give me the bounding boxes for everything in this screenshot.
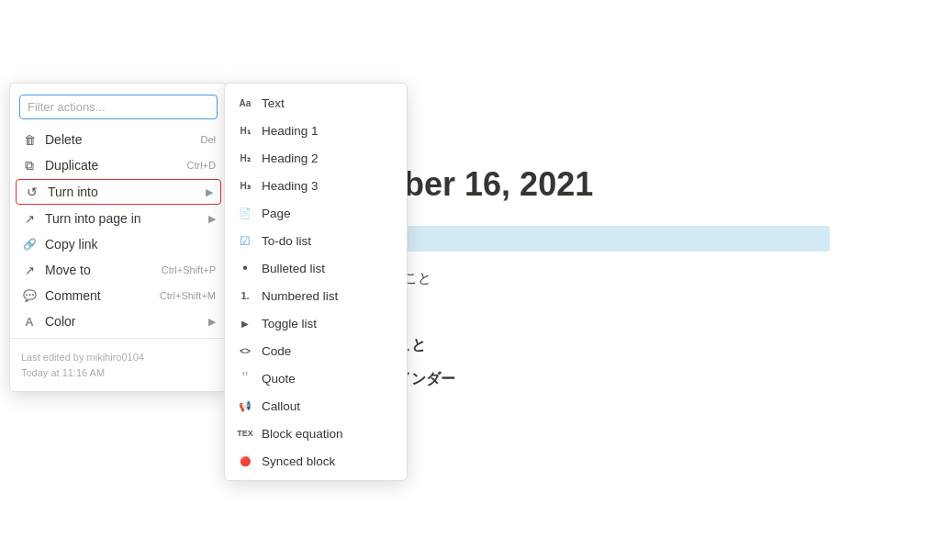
tex-icon <box>236 424 254 442</box>
menu-label-turn-into-page: Turn into page in <box>45 211 208 226</box>
submenu-label-page: Page <box>262 207 291 220</box>
shortcut-move: Ctrl+Shift+P <box>162 264 216 275</box>
turn-icon <box>24 184 40 200</box>
menu-item-color[interactable]: Color ▶ <box>10 308 227 334</box>
shortcut-duplicate: Ctrl+D <box>187 160 216 171</box>
submenu-label-quote: Quote <box>262 372 296 386</box>
quote-icon <box>236 369 254 387</box>
menu-item-turn-into-page[interactable]: Turn into page in ▶ <box>10 206 227 231</box>
color-icon <box>21 313 38 330</box>
heading3-icon <box>236 176 254 195</box>
chevron-right-icon-2: ▶ <box>208 213 216 225</box>
submenu-item-bulleted[interactable]: Bulleted list <box>225 254 407 282</box>
submenu-item-todo[interactable]: To-do list <box>225 227 407 254</box>
submenu-label-synced: Synced block <box>262 454 335 468</box>
sync-icon <box>236 452 254 470</box>
submenu-item-numbered[interactable]: Numbered list <box>225 282 407 309</box>
filter-input-wrap <box>10 91 227 127</box>
shortcut-delete: Del <box>200 134 216 145</box>
turn-page-icon <box>21 210 38 227</box>
numbered-icon <box>236 286 254 305</box>
menu-label-comment: Comment <box>45 288 160 303</box>
submenu-item-callout[interactable]: Callout <box>225 392 407 420</box>
submenu-label-heading3: Heading 3 <box>262 179 319 193</box>
menu-divider <box>10 338 227 339</box>
menu-label-delete: Delete <box>45 132 200 147</box>
page-icon <box>236 204 254 222</box>
submenu-item-heading2[interactable]: Heading 2 <box>225 144 407 172</box>
chevron-right-icon: ▶ <box>206 186 213 198</box>
chevron-right-color: ▶ <box>208 316 216 328</box>
context-menu: Delete Del Duplicate Ctrl+D Turn into ▶ … <box>9 83 228 392</box>
shortcut-comment: Ctrl+Shift+M <box>160 290 216 301</box>
footer-editor: Last edited by mikihiro0104 <box>21 350 216 365</box>
submenu-item-toggle[interactable]: Toggle list <box>225 309 407 337</box>
submenu-item-page[interactable]: Page <box>225 199 407 227</box>
menu-item-copy-link[interactable]: Copy link <box>10 231 227 257</box>
heading1-icon <box>236 121 254 140</box>
submenu-item-text[interactable]: Text <box>225 89 407 117</box>
footer-time: Today at 11:16 AM <box>21 365 216 381</box>
menu-label-color: Color <box>45 314 208 329</box>
menu-label-duplicate: Duplicate <box>45 158 187 173</box>
toggle-icon <box>236 314 254 332</box>
menu-item-turn-into[interactable]: Turn into ▶ <box>16 179 221 205</box>
todo-icon <box>236 231 254 250</box>
link-icon <box>21 236 38 252</box>
submenu-item-heading1[interactable]: Heading 1 <box>225 117 407 144</box>
duplicate-icon <box>21 157 38 174</box>
turn-into-submenu: Text Heading 1 Heading 2 Heading 3 Page … <box>224 83 408 481</box>
bullet-icon <box>236 259 254 277</box>
menu-item-delete[interactable]: Delete Del <box>10 127 227 152</box>
menu-label-move-to: Move to <box>45 263 162 277</box>
menu-item-comment[interactable]: Comment Ctrl+Shift+M <box>10 283 227 308</box>
submenu-item-block-eq[interactable]: Block equation <box>225 420 407 447</box>
move-icon <box>21 262 38 278</box>
menu-footer: Last edited by mikihiro0104 Today at 11:… <box>10 342 227 384</box>
submenu-item-quote[interactable]: Quote <box>225 364 407 392</box>
submenu-label-toggle: Toggle list <box>262 317 317 330</box>
menu-item-move-to[interactable]: Move to Ctrl+Shift+P <box>10 257 227 283</box>
submenu-label-bulleted: Bulleted list <box>262 262 325 275</box>
callout-icon <box>236 397 254 415</box>
filter-input[interactable] <box>19 95 218 119</box>
submenu-label-heading1: Heading 1 <box>262 124 319 138</box>
submenu-item-code[interactable]: Code <box>225 337 407 364</box>
submenu-label-numbered: Numbered list <box>262 289 338 303</box>
menu-item-duplicate[interactable]: Duplicate Ctrl+D <box>10 152 227 178</box>
comment-icon <box>21 287 38 304</box>
submenu-label-heading2: Heading 2 <box>262 151 319 165</box>
menu-label-copy-link: Copy link <box>45 237 216 252</box>
submenu-item-heading3[interactable]: Heading 3 <box>225 172 407 199</box>
text-icon <box>236 94 254 112</box>
submenu-label-callout: Callout <box>262 399 300 413</box>
submenu-label-code: Code <box>262 344 291 358</box>
submenu-label-todo: To-do list <box>262 234 311 248</box>
submenu-item-synced[interactable]: Synced block <box>225 447 407 475</box>
submenu-label-block-eq: Block equation <box>262 427 343 441</box>
code-icon <box>236 342 254 360</box>
submenu-label-text: Text <box>262 96 285 110</box>
heading2-icon <box>236 149 254 167</box>
menu-label-turn-into: Turn into <box>48 185 206 199</box>
trash-icon <box>21 131 38 148</box>
